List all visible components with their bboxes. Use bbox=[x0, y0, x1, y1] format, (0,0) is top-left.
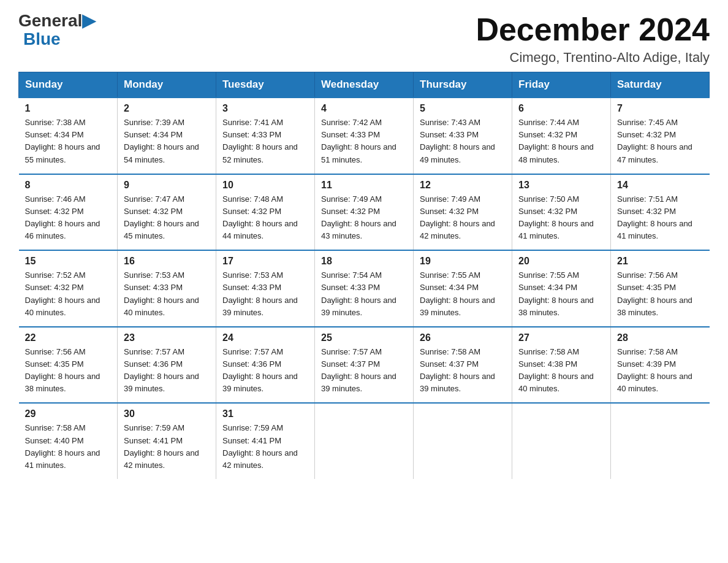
day-info: Sunrise: 7:42 AMSunset: 4:33 PMDaylight:… bbox=[321, 117, 407, 166]
day-cell: 29 Sunrise: 7:58 AMSunset: 4:40 PMDaylig… bbox=[19, 403, 118, 479]
day-info: Sunrise: 7:49 AMSunset: 4:32 PMDaylight:… bbox=[321, 193, 407, 243]
day-number: 17 bbox=[222, 256, 308, 267]
day-info: Sunrise: 7:59 AMSunset: 4:41 PMDaylight:… bbox=[124, 422, 210, 472]
calendar-header-row: SundayMondayTuesdayWednesdayThursdayFrid… bbox=[19, 72, 710, 98]
day-number: 13 bbox=[518, 180, 604, 191]
day-cell: 17 Sunrise: 7:53 AMSunset: 4:33 PMDaylig… bbox=[216, 250, 315, 327]
title-block: December 2024 Cimego, Trentino-Alto Adig… bbox=[476, 12, 710, 66]
day-number: 7 bbox=[617, 103, 703, 114]
day-number: 20 bbox=[518, 256, 604, 267]
day-info: Sunrise: 7:50 AMSunset: 4:32 PMDaylight:… bbox=[518, 193, 604, 243]
page-header: General▶ Blue December 2024 Cimego, Tren… bbox=[18, 12, 710, 66]
day-cell: 23 Sunrise: 7:57 AMSunset: 4:36 PMDaylig… bbox=[118, 327, 216, 404]
day-info: Sunrise: 7:51 AMSunset: 4:32 PMDaylight:… bbox=[617, 193, 703, 243]
day-cell: 19 Sunrise: 7:55 AMSunset: 4:34 PMDaylig… bbox=[414, 250, 512, 327]
day-cell: 28 Sunrise: 7:58 AMSunset: 4:39 PMDaylig… bbox=[611, 327, 710, 404]
day-cell: 20 Sunrise: 7:55 AMSunset: 4:34 PMDaylig… bbox=[512, 250, 611, 327]
day-number: 21 bbox=[617, 256, 703, 267]
day-cell: 30 Sunrise: 7:59 AMSunset: 4:41 PMDaylig… bbox=[118, 403, 216, 479]
day-number: 23 bbox=[124, 332, 210, 343]
day-info: Sunrise: 7:57 AMSunset: 4:36 PMDaylight:… bbox=[222, 346, 308, 396]
col-header-monday: Monday bbox=[118, 72, 216, 98]
day-number: 9 bbox=[124, 180, 210, 191]
day-info: Sunrise: 7:58 AMSunset: 4:37 PMDaylight:… bbox=[420, 346, 506, 396]
day-cell: 9 Sunrise: 7:47 AMSunset: 4:32 PMDayligh… bbox=[118, 174, 216, 251]
day-info: Sunrise: 7:58 AMSunset: 4:38 PMDaylight:… bbox=[518, 346, 604, 396]
day-cell: 3 Sunrise: 7:41 AMSunset: 4:33 PMDayligh… bbox=[216, 98, 315, 174]
col-header-wednesday: Wednesday bbox=[315, 72, 414, 98]
col-header-tuesday: Tuesday bbox=[216, 72, 315, 98]
day-number: 8 bbox=[25, 180, 112, 191]
day-info: Sunrise: 7:59 AMSunset: 4:41 PMDaylight:… bbox=[222, 422, 308, 472]
col-header-saturday: Saturday bbox=[611, 72, 710, 98]
day-cell: 10 Sunrise: 7:48 AMSunset: 4:32 PMDaylig… bbox=[216, 174, 315, 251]
week-row-4: 22 Sunrise: 7:56 AMSunset: 4:35 PMDaylig… bbox=[19, 327, 710, 404]
day-cell: 21 Sunrise: 7:56 AMSunset: 4:35 PMDaylig… bbox=[611, 250, 710, 327]
day-cell: 26 Sunrise: 7:58 AMSunset: 4:37 PMDaylig… bbox=[414, 327, 512, 404]
day-info: Sunrise: 7:48 AMSunset: 4:32 PMDaylight:… bbox=[222, 193, 308, 243]
day-cell: 15 Sunrise: 7:52 AMSunset: 4:32 PMDaylig… bbox=[19, 250, 118, 327]
col-header-sunday: Sunday bbox=[19, 72, 118, 98]
day-info: Sunrise: 7:46 AMSunset: 4:32 PMDaylight:… bbox=[25, 193, 112, 243]
location-text: Cimego, Trentino-Alto Adige, Italy bbox=[476, 50, 710, 66]
day-cell bbox=[512, 403, 611, 479]
day-cell: 6 Sunrise: 7:44 AMSunset: 4:32 PMDayligh… bbox=[512, 98, 611, 174]
day-info: Sunrise: 7:43 AMSunset: 4:33 PMDaylight:… bbox=[420, 117, 506, 166]
day-cell: 24 Sunrise: 7:57 AMSunset: 4:36 PMDaylig… bbox=[216, 327, 315, 404]
day-cell: 7 Sunrise: 7:45 AMSunset: 4:32 PMDayligh… bbox=[611, 98, 710, 174]
day-info: Sunrise: 7:55 AMSunset: 4:34 PMDaylight:… bbox=[420, 269, 506, 319]
day-number: 22 bbox=[25, 332, 112, 343]
day-number: 16 bbox=[124, 256, 210, 267]
day-cell bbox=[414, 403, 512, 479]
month-title: December 2024 bbox=[476, 12, 710, 47]
day-number: 2 bbox=[124, 103, 210, 114]
col-header-thursday: Thursday bbox=[414, 72, 512, 98]
day-number: 10 bbox=[222, 180, 308, 191]
day-cell: 12 Sunrise: 7:49 AMSunset: 4:32 PMDaylig… bbox=[414, 174, 512, 251]
day-cell: 14 Sunrise: 7:51 AMSunset: 4:32 PMDaylig… bbox=[611, 174, 710, 251]
day-number: 19 bbox=[420, 256, 506, 267]
logo-blue-text: Blue bbox=[23, 29, 61, 49]
day-info: Sunrise: 7:55 AMSunset: 4:34 PMDaylight:… bbox=[518, 269, 604, 319]
day-info: Sunrise: 7:53 AMSunset: 4:33 PMDaylight:… bbox=[124, 269, 210, 319]
week-row-1: 1 Sunrise: 7:38 AMSunset: 4:34 PMDayligh… bbox=[19, 98, 710, 174]
day-info: Sunrise: 7:49 AMSunset: 4:32 PMDaylight:… bbox=[420, 193, 506, 243]
day-info: Sunrise: 7:56 AMSunset: 4:35 PMDaylight:… bbox=[617, 269, 703, 319]
day-info: Sunrise: 7:47 AMSunset: 4:32 PMDaylight:… bbox=[124, 193, 210, 243]
day-number: 31 bbox=[222, 408, 308, 419]
calendar-table: SundayMondayTuesdayWednesdayThursdayFrid… bbox=[18, 72, 710, 479]
week-row-3: 15 Sunrise: 7:52 AMSunset: 4:32 PMDaylig… bbox=[19, 250, 710, 327]
logo-general-text: General▶ bbox=[18, 12, 96, 29]
week-row-2: 8 Sunrise: 7:46 AMSunset: 4:32 PMDayligh… bbox=[19, 174, 710, 251]
day-number: 24 bbox=[222, 332, 308, 343]
day-info: Sunrise: 7:57 AMSunset: 4:36 PMDaylight:… bbox=[124, 346, 210, 396]
day-cell bbox=[315, 403, 414, 479]
day-cell: 27 Sunrise: 7:58 AMSunset: 4:38 PMDaylig… bbox=[512, 327, 611, 404]
day-number: 30 bbox=[124, 408, 210, 419]
day-number: 3 bbox=[222, 103, 308, 114]
day-cell: 13 Sunrise: 7:50 AMSunset: 4:32 PMDaylig… bbox=[512, 174, 611, 251]
day-info: Sunrise: 7:53 AMSunset: 4:33 PMDaylight:… bbox=[222, 269, 308, 319]
day-info: Sunrise: 7:45 AMSunset: 4:32 PMDaylight:… bbox=[617, 117, 703, 166]
col-header-friday: Friday bbox=[512, 72, 611, 98]
day-number: 14 bbox=[617, 180, 703, 191]
day-info: Sunrise: 7:57 AMSunset: 4:37 PMDaylight:… bbox=[321, 346, 407, 396]
day-cell: 2 Sunrise: 7:39 AMSunset: 4:34 PMDayligh… bbox=[118, 98, 216, 174]
logo: General▶ Blue bbox=[18, 12, 96, 49]
day-cell: 25 Sunrise: 7:57 AMSunset: 4:37 PMDaylig… bbox=[315, 327, 414, 404]
day-number: 18 bbox=[321, 256, 407, 267]
day-cell: 31 Sunrise: 7:59 AMSunset: 4:41 PMDaylig… bbox=[216, 403, 315, 479]
day-number: 15 bbox=[25, 256, 112, 267]
day-info: Sunrise: 7:41 AMSunset: 4:33 PMDaylight:… bbox=[222, 117, 308, 166]
day-cell: 1 Sunrise: 7:38 AMSunset: 4:34 PMDayligh… bbox=[19, 98, 118, 174]
day-number: 27 bbox=[518, 332, 604, 343]
day-cell: 11 Sunrise: 7:49 AMSunset: 4:32 PMDaylig… bbox=[315, 174, 414, 251]
day-number: 12 bbox=[420, 180, 506, 191]
day-cell bbox=[611, 403, 710, 479]
day-number: 6 bbox=[518, 103, 604, 114]
day-info: Sunrise: 7:38 AMSunset: 4:34 PMDaylight:… bbox=[25, 117, 112, 166]
day-number: 28 bbox=[617, 332, 703, 343]
day-info: Sunrise: 7:54 AMSunset: 4:33 PMDaylight:… bbox=[321, 269, 407, 319]
day-number: 4 bbox=[321, 103, 407, 114]
day-number: 26 bbox=[420, 332, 506, 343]
